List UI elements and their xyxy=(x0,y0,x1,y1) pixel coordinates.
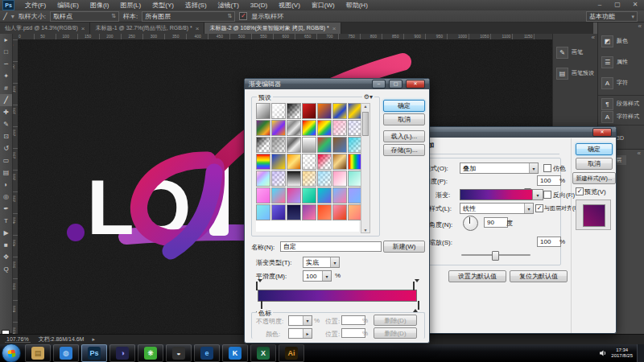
menu-item[interactable]: 类型(Y) xyxy=(147,0,180,10)
gradient-preset[interactable] xyxy=(271,120,286,136)
gradient-preset[interactable] xyxy=(332,204,347,220)
menu-item[interactable]: 文件(F) xyxy=(19,0,52,10)
gear-icon[interactable]: ⚙▾ xyxy=(362,93,374,101)
preview-checkbox[interactable]: ✓ xyxy=(576,187,584,195)
close-icon[interactable]: ✕ xyxy=(630,1,641,8)
show-desktop-button[interactable] xyxy=(637,344,644,362)
blend-mode-select[interactable]: 叠加▾ xyxy=(460,162,539,174)
gradient-preset[interactable] xyxy=(332,137,347,153)
dock-item-画笔[interactable]: ✎画笔 xyxy=(553,42,598,63)
new-style-button[interactable]: 新建样式(W)... xyxy=(572,172,616,184)
type-tool[interactable]: T xyxy=(0,215,12,227)
start-button[interactable] xyxy=(2,343,21,362)
status-flyout-icon[interactable]: ▸ xyxy=(92,336,95,343)
gradient-preset[interactable] xyxy=(332,171,347,187)
menu-item[interactable]: 帮助(H) xyxy=(341,0,374,10)
gradient-picker-button[interactable]: ▾ xyxy=(532,189,543,200)
gradient-preset[interactable] xyxy=(271,187,286,204)
taskbar-app-kugou[interactable]: K xyxy=(222,344,248,362)
gradient-preset[interactable] xyxy=(302,103,316,119)
gradient-preset[interactable] xyxy=(287,103,301,119)
taskbar-app-internet-explorer[interactable]: e xyxy=(194,344,220,362)
ok-button[interactable]: 确定 xyxy=(576,143,613,155)
ok-button[interactable]: 确定 xyxy=(383,100,425,112)
gradient-preview[interactable] xyxy=(460,189,534,200)
gradient-preset[interactable] xyxy=(317,204,332,220)
minimize-icon[interactable]: – xyxy=(594,1,605,8)
menu-item[interactable]: 图层(L) xyxy=(114,0,147,10)
shape-tool[interactable]: ■ xyxy=(0,239,12,251)
color-stop-left[interactable] xyxy=(256,302,262,309)
eraser-tool[interactable]: ▭ xyxy=(0,154,12,167)
gradient-preset[interactable] xyxy=(271,171,286,187)
blur-tool[interactable]: ◗ xyxy=(0,179,12,191)
gradient-preset[interactable] xyxy=(302,120,316,136)
gradient-preset[interactable] xyxy=(317,171,332,187)
gradient-preset[interactable] xyxy=(287,204,301,220)
tab-close-icon[interactable]: × xyxy=(332,25,336,32)
hand-tool[interactable]: ✥ xyxy=(0,251,12,263)
gradient-bar[interactable] xyxy=(258,290,417,302)
save-button[interactable]: 存储(S)... xyxy=(383,144,425,156)
presets-scrollbar[interactable]: ▲ ▼ xyxy=(361,103,370,233)
close-icon[interactable]: ✕ xyxy=(406,80,425,88)
gradient-preset[interactable] xyxy=(287,137,301,153)
gradient-preset[interactable] xyxy=(271,103,286,119)
color-stop-right[interactable] xyxy=(413,302,419,309)
dither-checkbox[interactable] xyxy=(543,164,551,172)
scroll-down-icon[interactable]: ▼ xyxy=(361,228,369,232)
gradient-preset[interactable] xyxy=(287,171,301,187)
eyedropper-tool[interactable]: ╱ xyxy=(0,94,12,106)
healing-brush-tool[interactable]: ✚ xyxy=(0,106,12,118)
speaker-icon[interactable] xyxy=(599,349,607,357)
menu-item[interactable]: 选择(S) xyxy=(180,0,213,10)
dock-item-字符样式[interactable]: A字符样式 xyxy=(598,110,644,123)
menu-item[interactable]: 窗口(W) xyxy=(306,0,341,10)
gradient-preset[interactable] xyxy=(256,103,270,119)
gradient-preset[interactable] xyxy=(256,171,270,187)
gradient-type-select[interactable]: 实底▾ xyxy=(303,257,340,268)
collapse-dock-icon[interactable]: « xyxy=(553,34,598,42)
gradient-preset[interactable] xyxy=(302,204,316,220)
cancel-button[interactable]: 取消 xyxy=(383,113,425,125)
gradient-preset[interactable] xyxy=(302,137,316,153)
marquee-tool[interactable]: □ xyxy=(0,46,12,58)
new-button[interactable]: 新建(W) xyxy=(383,241,425,253)
document-tab[interactable]: 未标题-1 @ 32.7%(尚品书法, RGB/8) *× xyxy=(90,23,204,34)
gradient-preset[interactable] xyxy=(317,137,332,153)
style-select[interactable]: 线性▾ xyxy=(460,203,534,214)
maximize-icon[interactable]: ▢ xyxy=(612,1,623,8)
gradient-preset[interactable] xyxy=(317,154,332,170)
menu-item[interactable]: 编辑(E) xyxy=(52,0,85,10)
minimize-icon[interactable]: – xyxy=(372,80,386,88)
brush-tool[interactable]: ✎ xyxy=(0,118,12,130)
smoothness-field[interactable]: 100▾ xyxy=(303,270,332,282)
quick-select-tool[interactable]: ✦ xyxy=(0,70,12,82)
sample-size-select[interactable]: 取样点⇅ xyxy=(50,11,119,22)
close-icon[interactable]: ✕ xyxy=(592,128,612,137)
eyedropper-icon[interactable]: ╱ xyxy=(3,13,7,20)
menu-item[interactable]: 图像(I) xyxy=(85,0,115,10)
scale-value-field[interactable]: 100 xyxy=(537,237,561,247)
dock-item-属性[interactable]: ☰属性 xyxy=(598,51,644,72)
taskbar-app-illustrator[interactable]: Ai xyxy=(279,344,304,362)
document-tab[interactable]: 未标题-2 @ 108%(矢量智能对象 拷贝, RGB/8) *× xyxy=(204,23,341,34)
gradient-preset[interactable] xyxy=(332,187,347,204)
gradient-preset[interactable] xyxy=(332,154,347,170)
angle-dial[interactable] xyxy=(463,216,478,231)
gradient-preset[interactable] xyxy=(317,103,332,119)
gradient-preset[interactable] xyxy=(287,154,301,170)
gradient-preset[interactable] xyxy=(332,120,347,136)
menu-item[interactable]: 视图(V) xyxy=(273,0,306,10)
dodge-tool[interactable]: ◎ xyxy=(0,191,12,203)
collapse-dock-icon[interactable]: « xyxy=(598,23,644,31)
menu-item[interactable]: 3D(D) xyxy=(245,0,273,10)
opacity-value-field[interactable]: 100 xyxy=(537,175,561,186)
zoom-tool[interactable]: Q xyxy=(0,263,12,275)
zoom-level-field[interactable]: 107.76% xyxy=(5,336,31,343)
taskbar-app-netdisk[interactable]: ◒ xyxy=(166,344,192,362)
gradient-preset[interactable] xyxy=(332,103,347,119)
taskbar-clock[interactable]: 17:34 2017/8/25 xyxy=(611,348,633,359)
tab-close-icon[interactable]: × xyxy=(196,25,200,32)
cancel-button[interactable]: 取消 xyxy=(576,158,613,170)
